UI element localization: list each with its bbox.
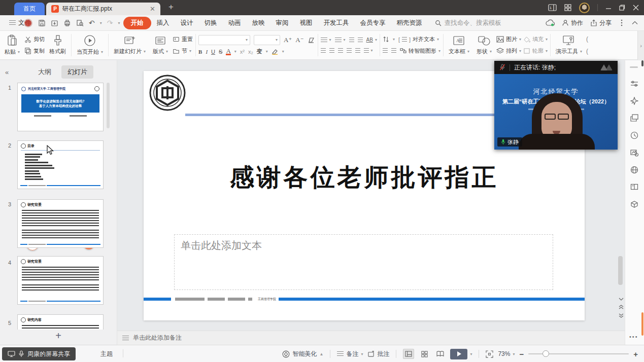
animation-star-icon[interactable] <box>630 97 638 105</box>
slide-thumbnail-3[interactable]: 研究背景 <box>17 199 104 248</box>
minimize-button[interactable] <box>605 5 612 11</box>
numbered-list-button[interactable]: ▾ <box>335 38 346 43</box>
menu-tab-slideshow[interactable]: 放映 <box>247 19 270 27</box>
menu-tab-animation[interactable]: 动画 <box>223 19 247 27</box>
zoom-level-button[interactable]: 73%▾ <box>498 350 515 357</box>
menu-tab-design[interactable]: 设计 <box>175 19 199 27</box>
align-right-button[interactable] <box>338 48 343 53</box>
distribute-button[interactable] <box>355 48 360 53</box>
notes-button[interactable]: 备注▾ <box>337 350 363 358</box>
theme-button[interactable]: 主题 <box>100 350 113 358</box>
zoom-slider[interactable] <box>528 353 629 354</box>
edge-scrollbar-top[interactable] <box>641 60 643 66</box>
italic-button[interactable]: I <box>206 49 208 55</box>
quickbar-caret-icon[interactable]: ▾ <box>118 21 120 25</box>
menu-tab-devtools[interactable]: 开发工具 <box>318 19 355 27</box>
notes-bar[interactable]: 单击此处添加备注 <box>117 331 625 345</box>
slide-copy-icon[interactable] <box>630 114 638 122</box>
strikethrough-button[interactable]: S <box>219 49 222 55</box>
collapse-panel-icon[interactable]: « <box>5 68 9 76</box>
zoom-out-button[interactable]: − <box>519 350 524 358</box>
tab-document[interactable]: P 研在工商汇报.pptx ✕ <box>46 3 160 15</box>
comments-button[interactable]: 批注 <box>367 350 389 358</box>
zoom-slider-thumb[interactable] <box>543 350 549 357</box>
convert-smartart-button[interactable]: 转智能图形▾ <box>400 47 440 55</box>
apps-grid-icon[interactable] <box>564 4 571 11</box>
subscript-button[interactable]: x₂ <box>248 49 253 55</box>
smart-beautify-button[interactable]: 智能美化 ▲ <box>282 350 323 358</box>
more-menu-icon[interactable] <box>619 19 625 27</box>
char-spacing-button[interactable]: AB▾ <box>366 37 377 43</box>
account-avatar[interactable] <box>579 3 590 13</box>
export-image-icon[interactable] <box>630 149 638 157</box>
share-button[interactable]: 分享 <box>590 19 612 27</box>
normal-view-button[interactable] <box>403 349 414 359</box>
previous-slide-icon[interactable] <box>619 305 624 309</box>
justify-button[interactable] <box>347 48 352 53</box>
text-effect-button[interactable]: 变 <box>257 48 262 55</box>
align-center-button[interactable] <box>329 48 334 53</box>
copy-button[interactable]: 复制 <box>24 47 45 55</box>
next-slide-icon[interactable] <box>619 313 624 318</box>
properties-sliders-icon[interactable] <box>630 80 638 88</box>
slide-thumbnail-5[interactable]: 研究内容 <box>17 314 104 330</box>
outline-button[interactable]: 轮廓▾ <box>523 47 548 55</box>
fill-button[interactable]: 填充▾ <box>523 35 548 43</box>
bullet-list-button[interactable]: ▾ <box>321 38 331 43</box>
print-preview-icon[interactable] <box>76 19 84 27</box>
save-icon[interactable] <box>38 19 46 27</box>
menu-tab-transition[interactable]: 切换 <box>199 19 223 27</box>
align-left-button[interactable] <box>321 48 326 53</box>
toolbar-expand-button[interactable]: › <box>637 31 644 60</box>
cut-button[interactable]: 剪切 <box>24 35 45 43</box>
align-text-button[interactable]: []对齐文本▾ <box>398 35 439 43</box>
slide-thumbnail-2[interactable]: 目录 <box>17 140 104 189</box>
undo-icon[interactable]: ↶ <box>89 19 95 27</box>
decrease-font-button[interactable]: A⁻ <box>295 36 303 44</box>
undo-caret-icon[interactable]: ▾ <box>100 21 102 25</box>
reading-view-button[interactable] <box>434 349 446 359</box>
reset-button[interactable]: 重置 <box>173 35 193 43</box>
decrease-indent-button[interactable] <box>349 38 354 43</box>
canvas-scrollbar[interactable] <box>618 256 623 285</box>
screen-share-pill[interactable]: 周康的屏幕共享 <box>2 347 76 360</box>
restore-button[interactable] <box>619 5 625 11</box>
text-direction-icon[interactable] <box>383 36 389 43</box>
sidebar-drag-handle[interactable] <box>630 66 638 68</box>
superscript-button[interactable]: x² <box>240 49 245 55</box>
reading-book-icon[interactable] <box>630 183 638 191</box>
tab-slides[interactable]: 幻灯片 <box>61 65 93 79</box>
collaborate-button[interactable]: 协作 <box>562 19 583 27</box>
picture-button[interactable]: 图片▾ <box>496 35 521 43</box>
add-slide-button[interactable]: + <box>0 330 117 342</box>
tab-home[interactable]: 首页 <box>14 3 45 15</box>
menu-tab-docer[interactable]: 稻壳资源 <box>391 19 428 27</box>
slide-body-placeholder[interactable]: 单击此处添加文本 <box>174 234 553 290</box>
highlight-pen-icon[interactable] <box>272 49 279 55</box>
bold-button[interactable]: B <box>198 49 202 55</box>
line-spacing-button[interactable]: ▾ <box>364 48 373 53</box>
scroll-down-icon[interactable] <box>619 298 624 301</box>
format-painter-button[interactable]: 格式刷 <box>46 31 70 59</box>
font-color-button[interactable]: A <box>226 48 230 55</box>
edge-scrollbar-thumb[interactable] <box>641 312 643 336</box>
close-button[interactable] <box>633 5 639 11</box>
new-slide-button[interactable]: 新建幻灯片▾ <box>110 31 149 59</box>
collapse-ribbon-icon[interactable] <box>632 21 638 25</box>
slide-title-text[interactable]: 感谢各位老师批评指正 <box>144 161 585 194</box>
tab-outline[interactable]: 大纲 <box>32 65 57 79</box>
split-window-icon[interactable]: 1 <box>548 4 557 11</box>
fit-slide-icon[interactable] <box>486 350 493 358</box>
play-from-current-button[interactable]: 当页开始▾ <box>73 31 107 59</box>
history-clock-icon[interactable] <box>630 131 638 139</box>
slide-thumbnail-1[interactable]: 河北经贸大学·工商管理学院 数字化促进制造企业双元创新吗?基于人力资本结构优化的… <box>17 83 104 131</box>
slide-thumbnail-4[interactable]: 研究背景 <box>17 256 104 305</box>
font-family-select[interactable]: ▾ <box>198 35 250 45</box>
section-button[interactable]: 节▾ <box>173 47 193 55</box>
increase-indent-button[interactable] <box>358 38 363 43</box>
underline-button[interactable]: U <box>211 49 215 55</box>
play-options-caret[interactable]: ▾ <box>470 352 472 356</box>
meeting-video-overlay[interactable]: 正在讲话: 张静; 河北经贸大学 第二届“研在工商”研究生学术论坛（2022） … <box>494 61 618 150</box>
paste-button[interactable]: 粘贴▾ <box>1 31 23 59</box>
slideshow-play-button[interactable] <box>450 349 467 359</box>
